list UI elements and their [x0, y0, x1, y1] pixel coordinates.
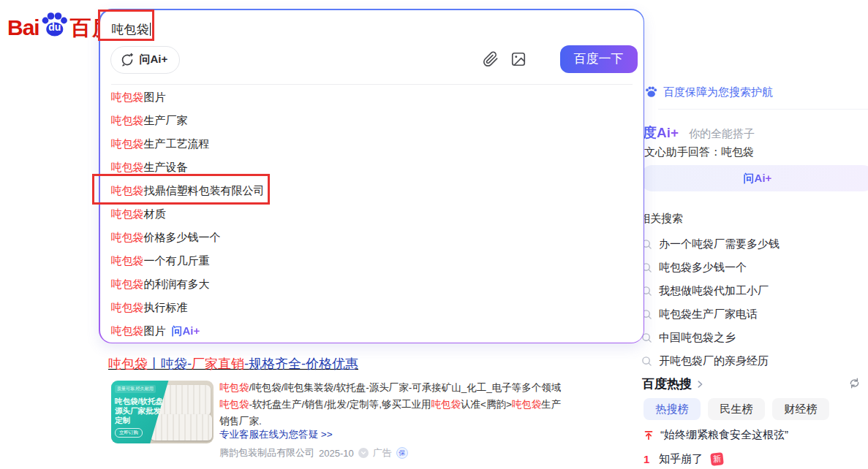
suggestion-rest: 的利润有多大	[144, 278, 210, 291]
baidu-guard-row[interactable]: 百度保障为您搜索护航	[645, 85, 773, 99]
pinned-top-icon	[644, 430, 654, 441]
ask-ai-inline-link[interactable]: 问Ai+	[172, 324, 200, 338]
thumbnail-caption: 吨包袋/软托盘 源头厂家批发 定制	[115, 397, 173, 425]
search-icon	[641, 356, 652, 367]
hot-item-text: 知乎崩了	[659, 452, 703, 466]
title-keyword: 厂家直销	[192, 356, 244, 371]
related-search-item[interactable]: 吨包袋生产厂家电话	[641, 302, 780, 326]
suggestion-rest: 生产设备	[144, 161, 188, 175]
hot-item-rank: 1	[644, 453, 652, 465]
chat-refresh-icon	[120, 53, 135, 67]
suggestion-prefix: 吨包袋	[111, 254, 144, 268]
suggestion-rest: 生产厂家	[144, 114, 188, 128]
hot-search-tab[interactable]: 财经榜	[772, 398, 829, 420]
ask-ai-button[interactable]: 问Ai+	[641, 165, 868, 191]
suggestion-rest: 图片	[144, 91, 166, 104]
suggestion-rest: 生产工艺流程	[144, 137, 210, 151]
image-search-icon[interactable]	[510, 51, 527, 67]
hot-item-pinned[interactable]: “始终绷紧粮食安全这根弦”	[644, 428, 788, 442]
suggestion-item[interactable]: 吨包袋生产工艺流程	[100, 133, 644, 156]
ai-brand-row: 百度Ai+ 你的全能搭子	[629, 123, 755, 142]
related-search-item[interactable]: 吨包袋多少钱一个	[641, 256, 780, 279]
thumbnail-cta: 立即订购	[115, 428, 143, 438]
baidu-search-button[interactable]: 百度一下	[560, 45, 638, 73]
related-search-list: 办一个吨袋厂需要多少钱吨包袋多少钱一个我想做吨袋代加工小厂吨包袋生产厂家电话中国…	[641, 232, 780, 373]
suggestion-prefix: 吨包袋	[111, 161, 144, 175]
suggestion-rest: 材质	[144, 207, 166, 221]
suggestion-rest: 价格多少钱一个	[144, 231, 221, 245]
related-search-item[interactable]: 办一个吨袋厂需要多少钱	[641, 232, 780, 256]
suggestion-item[interactable]: 吨包袋找鼎信塑料包装有限公司	[100, 180, 644, 203]
suggestion-item[interactable]: 吨包袋图片	[100, 86, 644, 110]
thumbnail-note: 质量可靠,经久耐用	[115, 385, 156, 393]
hot-search-tabs: 热搜榜民生榜财经榜	[644, 398, 829, 420]
chevron-right-icon	[695, 379, 705, 389]
suggestion-item[interactable]: 吨包袋图片问Ai+	[100, 320, 644, 343]
suggestion-item[interactable]: 吨包袋的利润有多大	[100, 273, 644, 297]
suggestion-prefix: 吨包袋	[111, 184, 144, 198]
attachment-icon[interactable]	[483, 51, 499, 67]
customer-service-link[interactable]: 专业客服在线为您答疑 >>	[219, 428, 333, 441]
result-meta: 腾韵包装制品有限公司 2025-10 广告 保	[219, 446, 408, 460]
related-search-text: 吨包袋生产厂家电话	[659, 308, 758, 321]
suggestion-rest: 图片	[144, 324, 166, 338]
search-dropdown-panel: 吨包袋 问Ai+ 百度一下	[99, 9, 644, 343]
hot-search-title: 百度热搜	[642, 375, 692, 392]
suggestion-prefix: 吨包袋	[111, 324, 144, 338]
ask-ai-button-label: 问Ai+	[744, 172, 772, 186]
advertiser-name: 腾韵包装制品有限公司	[219, 446, 314, 460]
hot-item-1[interactable]: 1 知乎崩了 新	[644, 452, 723, 466]
suggestion-item[interactable]: 吨包袋一个有几斤重	[100, 250, 644, 273]
result-title-link[interactable]: 吨包袋丨吨袋-厂家直销-规格齐全-价格优惠	[108, 355, 358, 373]
suggestion-prefix: 吨包袋	[111, 207, 144, 221]
related-search-item[interactable]: 我想做吨袋代加工小厂	[641, 279, 780, 302]
ai-answer-line: 用文心助手回答：吨包袋	[633, 145, 754, 159]
suggestion-item[interactable]: 吨包袋材质	[100, 203, 644, 226]
suggestion-rest: 找鼎信塑料包装有限公司	[144, 184, 265, 198]
result-description: 吨包袋/吨包袋/吨包集装袋/软托盘-源头厂家-可承接矿山_化工_电子等多个领域 …	[219, 379, 569, 430]
hot-search-header[interactable]: 百度热搜	[642, 375, 705, 392]
title-segment: 丨吨袋-	[148, 356, 192, 371]
suggestion-prefix: 吨包袋	[111, 114, 144, 128]
search-input[interactable]: 吨包袋	[112, 21, 151, 38]
related-search-item[interactable]: 中国吨包袋之乡	[641, 326, 780, 349]
related-search-text: 办一个吨袋厂需要多少钱	[659, 237, 780, 251]
baidu-paw-icon: du	[40, 12, 69, 42]
title-keyword: 吨包袋	[108, 356, 148, 371]
text-caret	[150, 23, 151, 36]
hot-search-tab[interactable]: 热搜榜	[644, 398, 701, 420]
related-search-text: 吨包袋多少钱一个	[659, 261, 747, 275]
suggestion-prefix: 吨包袋	[111, 278, 144, 291]
guard-text: 百度保障为您搜索护航	[663, 85, 773, 99]
hot-item-text: “始终绷紧粮食安全这根弦”	[660, 428, 788, 442]
related-search-text: 中国吨包袋之乡	[659, 331, 736, 345]
baidu-logo[interactable]: Bai du 百度	[7, 12, 114, 42]
result-date: 2025-10	[319, 448, 354, 459]
new-badge: 新	[710, 452, 724, 466]
hot-search-tab[interactable]: 民生榜	[708, 398, 765, 420]
refresh-icon[interactable]	[848, 377, 861, 389]
suggestion-prefix: 吨包袋	[111, 137, 144, 151]
suggestion-prefix: 吨包袋	[111, 231, 144, 245]
baidu-search-page: Bai du 百度 百度保障为您搜索护航 百度A	[0, 0, 868, 469]
ad-label: 广告	[373, 446, 392, 460]
related-search-title: 相关搜索	[639, 212, 683, 226]
title-segment: -规格齐全-价格优惠	[244, 356, 358, 371]
ask-ai-pill-label: 问Ai+	[140, 53, 168, 66]
divider	[111, 84, 633, 85]
suggestion-item[interactable]: 吨包袋价格多少钱一个	[100, 226, 644, 250]
suggestion-item[interactable]: 吨包袋生产设备	[100, 156, 644, 180]
suggestion-item[interactable]: 吨包袋执行标准	[100, 297, 644, 320]
related-search-text: 我想做吨袋代加工小厂	[659, 284, 769, 298]
suggestion-prefix: 吨包袋	[111, 91, 144, 104]
paw-shield-icon	[645, 86, 657, 99]
suggestion-item[interactable]: 吨包袋生产厂家	[100, 110, 644, 133]
related-search-item[interactable]: 开吨包袋厂的亲身经历	[641, 349, 780, 373]
chevron-down-icon[interactable]	[358, 448, 369, 458]
logo-text-bai: Bai	[7, 13, 39, 42]
result-thumbnail[interactable]: 质量可靠,经久耐用 吨包袋/软托盘 源头厂家批发 定制 立即订购	[111, 381, 214, 443]
suggestion-rest: 执行标准	[144, 301, 188, 315]
related-search-text: 开吨包袋厂的亲身经历	[659, 354, 769, 368]
ask-ai-pill-button[interactable]: 问Ai+	[110, 46, 181, 74]
suggestion-prefix: 吨包袋	[111, 301, 144, 315]
